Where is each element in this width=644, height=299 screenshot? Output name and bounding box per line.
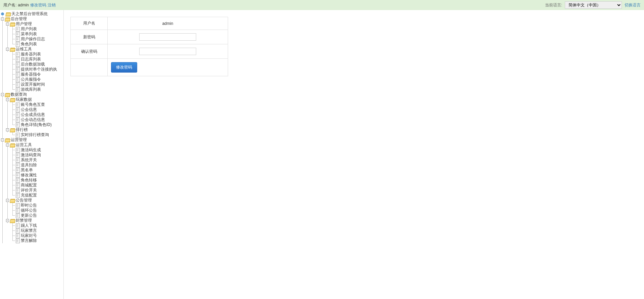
tree-leaf[interactable]: 充值配置 — [0, 193, 63, 198]
tree-leaf[interactable]: 禁言解除 — [0, 238, 63, 243]
tree-folder[interactable]: −运营工具 — [0, 142, 63, 147]
tree-toggle-icon[interactable]: − — [0, 137, 5, 142]
file-icon — [15, 238, 20, 243]
language-select[interactable]: 简体中文（中国） — [565, 1, 622, 9]
file-icon — [15, 228, 20, 233]
file-icon — [15, 67, 20, 72]
form-confirm-password-label: 确认密码 — [71, 44, 108, 59]
tree-leaf[interactable]: 踢人下线 — [0, 223, 63, 228]
tree-leaf[interactable]: 公会信息 — [0, 107, 63, 112]
tree-toggle-icon[interactable]: − — [0, 92, 5, 97]
form-new-password-cell — [108, 30, 228, 44]
tree-leaf[interactable]: 用户操作日志 — [0, 37, 63, 42]
tree-leaf[interactable]: 后台数据加载 — [0, 62, 63, 67]
file-icon — [15, 147, 20, 153]
tree-section[interactable]: −后台管理 — [0, 16, 63, 22]
tree-toggle-icon[interactable]: − — [5, 218, 10, 223]
tree-leaf[interactable]: 即时公告 — [0, 203, 63, 208]
switch-language-link[interactable]: 切换语言 — [625, 2, 641, 8]
root-icon — [0, 11, 5, 16]
sidebar[interactable]: 天之禁后台管理系统−后台管理−用户管理用户列表菜单列表用户操作日志角色列表−运维… — [0, 10, 64, 299]
form-username-label: 用户名 — [71, 17, 108, 30]
folder-icon — [5, 92, 10, 97]
tree-leaf[interactable]: 实时排行榜查询 — [0, 132, 63, 137]
tree-root[interactable]: 天之禁后台管理系统 — [0, 11, 63, 16]
folder-icon — [10, 47, 15, 52]
file-icon — [15, 37, 20, 42]
tree-leaf[interactable]: 日志库列表 — [0, 57, 63, 62]
tree-leaf[interactable]: 循环公告 — [0, 208, 63, 213]
tree-leaf[interactable]: 修改属性 — [0, 173, 63, 178]
tree-leaf[interactable]: 用户列表 — [0, 27, 63, 32]
file-icon — [15, 72, 20, 77]
tree-leaf[interactable]: 角色详情(角色ID) — [0, 122, 63, 127]
tree-leaf[interactable]: 激活码查询 — [0, 153, 63, 158]
file-icon — [15, 77, 20, 82]
file-icon — [15, 193, 20, 198]
tree-folder[interactable]: −排行榜 — [0, 127, 63, 132]
tree-folder[interactable]: −封禁管理 — [0, 218, 63, 223]
tree-toggle-icon[interactable]: − — [5, 22, 10, 27]
new-password-input[interactable] — [139, 33, 196, 41]
submit-button[interactable]: 修改密码 — [111, 62, 137, 73]
tree-leaf[interactable]: 系统开关 — [0, 158, 63, 163]
tree-folder[interactable]: −玩家数据 — [0, 97, 63, 102]
tree-folder[interactable]: −用户管理 — [0, 22, 63, 27]
file-icon — [15, 168, 20, 173]
tree-leaf[interactable]: 玩家封号 — [0, 233, 63, 238]
tree-leaf[interactable]: 角色转移 — [0, 178, 63, 183]
tree-leaf[interactable]: 服务器列表 — [0, 52, 63, 57]
tree-leaf[interactable]: 菜单列表 — [0, 32, 63, 37]
file-icon — [15, 223, 20, 228]
file-icon — [15, 183, 20, 188]
file-icon — [15, 132, 20, 137]
username-label: 用户名: — [3, 2, 16, 8]
confirm-password-input[interactable] — [139, 48, 196, 55]
change-password-form: 用户名 admin 新密码 确认密码 修改密码 — [70, 17, 228, 76]
tree-leaf[interactable]: 道具扣除 — [0, 163, 63, 168]
tree-toggle-icon[interactable]: − — [5, 142, 10, 147]
tree-toggle-icon[interactable]: − — [5, 127, 10, 132]
file-icon — [15, 87, 20, 92]
tree-leaf[interactable]: 公共服指令 — [0, 77, 63, 82]
tree-leaf[interactable]: 角色列表 — [0, 42, 63, 47]
folder-icon — [5, 16, 10, 22]
tree-leaf[interactable]: 公会成员信息 — [0, 112, 63, 117]
tree-leaf[interactable]: 玩家禁言 — [0, 228, 63, 233]
tree-toggle-icon[interactable]: − — [5, 198, 10, 203]
tree-folder[interactable]: −运维工具 — [0, 47, 63, 52]
folder-icon — [10, 198, 15, 203]
username-value: admin — [18, 3, 29, 7]
file-icon — [15, 122, 20, 127]
folder-icon — [10, 97, 15, 102]
file-icon — [15, 32, 20, 37]
logout-link[interactable]: 注销 — [48, 2, 56, 8]
file-icon — [15, 112, 20, 117]
tree-leaf[interactable]: 账号角色互查 — [0, 102, 63, 107]
tree-leaf[interactable]: 评价开关 — [0, 188, 63, 193]
tree-leaf[interactable]: 提供对单个连接的执 — [0, 67, 63, 72]
tree-section[interactable]: −数据查询 — [0, 92, 63, 97]
tree-leaf[interactable]: 设置开服时间 — [0, 82, 63, 87]
change-password-link[interactable]: 修改密码 — [30, 2, 46, 8]
tree-leaf[interactable]: 更新公告 — [0, 213, 63, 218]
file-icon — [15, 153, 20, 158]
tree-leaf[interactable]: 商城配置 — [0, 183, 63, 188]
main-container: 天之禁后台管理系统−后台管理−用户管理用户列表菜单列表用户操作日志角色列表−运维… — [0, 10, 644, 299]
tree-toggle-icon[interactable]: − — [5, 97, 10, 102]
tree-toggle-icon[interactable]: − — [0, 16, 5, 22]
tree-leaf[interactable]: 黑名单 — [0, 168, 63, 173]
tree-section[interactable]: −运营管理 — [0, 137, 63, 142]
tree-toggle-icon[interactable]: − — [5, 47, 10, 52]
file-icon — [15, 82, 20, 87]
tree-leaf[interactable]: 服务器指令 — [0, 72, 63, 77]
form-confirm-password-cell — [108, 44, 228, 59]
header-right: 当前语言: 简体中文（中国） 切换语言 — [545, 1, 641, 9]
nav-tree: 天之禁后台管理系统−后台管理−用户管理用户列表菜单列表用户操作日志角色列表−运维… — [0, 11, 63, 243]
content: 用户名 admin 新密码 确认密码 修改密码 — [64, 10, 644, 299]
tree-folder[interactable]: −公告管理 — [0, 198, 63, 203]
form-submit-cell: 修改密码 — [108, 59, 228, 76]
tree-leaf[interactable]: 公会动态信息 — [0, 117, 63, 122]
tree-leaf[interactable]: 游戏库列表 — [0, 87, 63, 92]
tree-leaf[interactable]: 激活码生成 — [0, 147, 63, 153]
